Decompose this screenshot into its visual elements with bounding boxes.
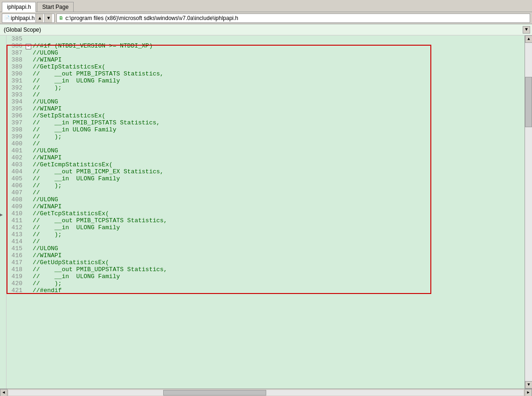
- line-number: 413: [7, 231, 25, 238]
- code-line-content: //SetIpStatisticsEx(: [32, 112, 525, 119]
- h-scroll-thumb[interactable]: [163, 390, 266, 396]
- line-number: 389: [7, 63, 25, 70]
- table-row: 385: [7, 35, 525, 42]
- filepath-bar: 📄 iphlpapi.h ▲ ▼ 🗎 c:\program files (x86…: [0, 12, 532, 24]
- line-number: 411: [7, 217, 25, 224]
- code-scroll-area[interactable]: 385386−//#if (NTDDI_VERSION >= NTDDI_XP)…: [7, 35, 525, 389]
- code-line-content: // __in ULONG Family: [32, 175, 525, 182]
- table-row: 418// __out PMIB_UDPSTATS Statistics,: [7, 266, 525, 273]
- line-number: 390: [7, 70, 25, 77]
- code-line-content: // __in ULONG Family: [32, 77, 525, 84]
- table-row: 391// __in ULONG Family: [7, 77, 525, 84]
- table-row: 394//ULONG: [7, 98, 525, 105]
- fold-indicator: [25, 91, 32, 98]
- line-number: 421: [7, 287, 25, 294]
- fold-indicator: [25, 119, 32, 126]
- code-line-content: //GetIpStatisticsEx(: [32, 63, 525, 70]
- file-dropdown-up-arrow[interactable]: ▲: [35, 14, 43, 22]
- code-lines-container: 385386−//#if (NTDDI_VERSION >= NTDDI_XP)…: [7, 35, 525, 294]
- file-icon: 📄: [4, 15, 10, 20]
- scope-text: (Global Scope): [2, 27, 523, 33]
- line-number: 393: [7, 91, 25, 98]
- code-area: ▶ 385386−//#if (NTDDI_VERSION >= NTDDI_X…: [0, 35, 532, 389]
- fold-indicator: [25, 224, 32, 231]
- table-row: 404// __out PMIB_ICMP_EX Statistics,: [7, 168, 525, 175]
- table-row: 416//WINAPI: [7, 252, 525, 259]
- file-dropdown[interactable]: 📄 iphlpapi.h ▲ ▼: [2, 14, 55, 23]
- fold-indicator: [25, 133, 32, 140]
- code-line-content: // );: [32, 231, 525, 238]
- line-number: 391: [7, 77, 25, 84]
- table-row: 420// );: [7, 280, 525, 287]
- table-row: 417//GetUdpStatisticsEx(: [7, 259, 525, 266]
- line-number: 394: [7, 98, 25, 105]
- table-row: 407//: [7, 189, 525, 196]
- tab-start-page[interactable]: Start Page: [37, 2, 74, 12]
- fold-indicator: [25, 63, 32, 70]
- code-line-content: //ULONG: [32, 98, 525, 105]
- code-line-content: // );: [32, 280, 525, 287]
- code-line-content: // __out PMIB_UDPSTATS Statistics,: [32, 266, 525, 273]
- margin-indicator: ▶: [0, 212, 3, 218]
- fold-button[interactable]: −: [26, 44, 31, 49]
- fold-indicator: [25, 231, 32, 238]
- fold-indicator: [25, 217, 32, 224]
- fold-indicator: [25, 280, 32, 287]
- line-number: 405: [7, 175, 25, 182]
- code-line-content: //WINAPI: [32, 154, 525, 161]
- line-number: 409: [7, 203, 25, 210]
- fold-indicator: [25, 98, 32, 105]
- scroll-track[interactable]: [525, 43, 532, 381]
- code-line-content: //ULONG: [32, 49, 525, 56]
- table-row: 415//ULONG: [7, 245, 525, 252]
- code-line-content: //WINAPI: [32, 252, 525, 259]
- line-number: 412: [7, 224, 25, 231]
- fold-indicator: [25, 84, 32, 91]
- table-row: 396//SetIpStatisticsEx(: [7, 112, 525, 119]
- code-line-content: //GetTcpStatisticsEx(: [32, 210, 525, 217]
- table-row: 414//: [7, 238, 525, 245]
- right-scrollbar[interactable]: ▲ ▼: [525, 35, 532, 389]
- line-number: 419: [7, 273, 25, 280]
- fold-indicator: [25, 245, 32, 252]
- table-row: 406// );: [7, 182, 525, 189]
- line-number: 415: [7, 245, 25, 252]
- table-row: 393//: [7, 91, 525, 98]
- line-number: 401: [7, 147, 25, 154]
- line-number: 388: [7, 56, 25, 63]
- scroll-thumb[interactable]: [525, 77, 532, 128]
- line-number: 399: [7, 133, 25, 140]
- line-number: 386: [7, 42, 25, 49]
- table-row: 399// );: [7, 133, 525, 140]
- bottom-scrollbar[interactable]: ◄ ►: [0, 389, 532, 396]
- table-row: 421//#endif: [7, 287, 525, 294]
- fold-indicator: [25, 105, 32, 112]
- fold-indicator: [25, 126, 32, 133]
- fold-indicator: [25, 287, 32, 294]
- code-line-content: //WINAPI: [32, 105, 525, 112]
- tab-iphlpapi[interactable]: iphlpapi.h: [2, 2, 36, 12]
- fold-indicator[interactable]: −: [25, 42, 32, 49]
- table-row: 401//ULONG: [7, 147, 525, 154]
- fold-indicator: [25, 56, 32, 63]
- file-dropdown-down-arrow[interactable]: ▼: [44, 14, 52, 22]
- scroll-up-button[interactable]: ▲: [525, 35, 532, 43]
- fold-indicator: [25, 210, 32, 217]
- tab-iphlpapi-label: iphlpapi.h: [7, 4, 31, 10]
- tab-start-page-label: Start Page: [42, 4, 69, 10]
- table-row: 413// );: [7, 231, 525, 238]
- scope-dropdown-arrow[interactable]: ▼: [523, 26, 530, 34]
- h-scroll-track[interactable]: [8, 390, 524, 396]
- table-row: 386−//#if (NTDDI_VERSION >= NTDDI_XP): [7, 42, 525, 49]
- line-number: 392: [7, 84, 25, 91]
- scroll-right-button[interactable]: ►: [525, 389, 532, 396]
- scroll-down-button[interactable]: ▼: [525, 381, 532, 389]
- line-number: 420: [7, 280, 25, 287]
- fold-indicator: [25, 266, 32, 273]
- line-number: 400: [7, 140, 25, 147]
- table-row: 408//ULONG: [7, 196, 525, 203]
- code-line-content: // __in PMIB_IPSTATS Statistics,: [32, 119, 525, 126]
- scroll-left-button[interactable]: ◄: [0, 389, 7, 396]
- table-row: 397// __in PMIB_IPSTATS Statistics,: [7, 119, 525, 126]
- table-row: 390// __out PMIB_IPSTATS Statistics,: [7, 70, 525, 77]
